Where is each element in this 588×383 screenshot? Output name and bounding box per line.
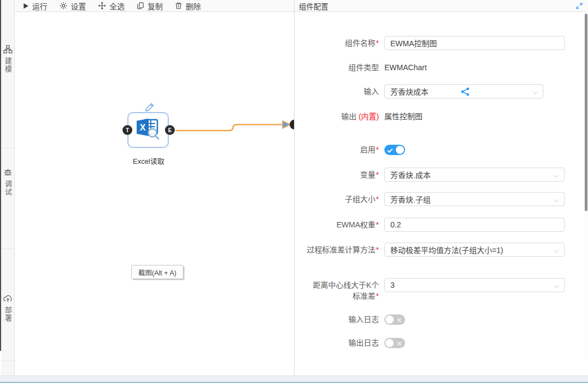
- node-port-t[interactable]: T: [122, 125, 132, 135]
- field-label: 过程标准差计算方法: [307, 245, 376, 254]
- share-icon[interactable]: [461, 87, 470, 98]
- required-mark: *: [376, 195, 379, 203]
- field-enable: 启用*: [295, 144, 585, 156]
- field-label: 输入日志: [348, 315, 379, 324]
- field-component-type: 组件类型 EWMAChart: [295, 60, 585, 75]
- field-input: 输入 芳香炔成本: [295, 84, 585, 98]
- config-form: 组件名称* 组件类型 EWMAChart 输入 芳香炔成本: [295, 13, 585, 358]
- chevron-down-icon: [554, 283, 559, 288]
- selected-value: 3: [390, 281, 395, 289]
- sidebar-item-debug[interactable]: 调试: [1, 168, 15, 196]
- field-label: 组件名称: [345, 39, 376, 47]
- tool-label: 删除: [186, 1, 201, 11]
- delete-button[interactable]: 删除: [175, 1, 201, 11]
- field-std-method: 过程标准差计算方法* 移动极差平均值方法(子组大小=1): [295, 243, 585, 268]
- chevron-down-icon: [554, 197, 559, 202]
- config-panel: 组件配置 组件名称* 组件类型 EWMAChart 输入 芳香炔成本: [294, 0, 588, 375]
- copy-button[interactable]: 复制: [137, 1, 163, 11]
- field-label: 启用: [360, 145, 376, 154]
- field-label: 输入: [364, 87, 379, 96]
- selected-value: 芳香炔成本: [390, 86, 428, 97]
- component-type-value: EWMAChart: [384, 63, 427, 72]
- builtin-tag: (内置): [359, 112, 379, 121]
- required-mark: *: [376, 220, 379, 229]
- toggle-knob: [385, 339, 394, 347]
- app-window: 建模 调试 部署: [0, 0, 588, 383]
- field-variable: 变量* 芳香炔.成本: [295, 168, 585, 182]
- sidebar-divider: [1, 148, 15, 149]
- node-body[interactable]: X: [127, 112, 169, 148]
- field-component-name: 组件名称*: [295, 36, 585, 50]
- field-label: 变量: [360, 170, 376, 179]
- sidebar-item-label: 建模: [3, 57, 13, 73]
- chevron-down-icon: [554, 248, 559, 252]
- settings-button[interactable]: 设置: [59, 1, 86, 11]
- window-left-edge: [0, 0, 1, 351]
- tool-label: 运行: [32, 1, 47, 11]
- selected-value: 芳香炔.子组: [390, 194, 431, 205]
- component-name-input[interactable]: [384, 36, 565, 50]
- sidebar-divider: [1, 361, 15, 361]
- k-sigma-select[interactable]: 3: [384, 278, 565, 292]
- required-mark: *: [376, 170, 379, 179]
- selected-value: 移动极差平均值方法(子组大小=1): [390, 244, 503, 255]
- screenshot-tooltip: 截图(Alt + A): [131, 265, 183, 279]
- tool-label: 复制: [148, 1, 163, 11]
- expand-panel-icon[interactable]: [575, 2, 583, 10]
- std-method-select[interactable]: 移动极差平均值方法(子组大小=1): [384, 243, 565, 257]
- field-subgroup-size: 子组大小* 芳香炔.子组: [295, 192, 585, 206]
- gear-icon: [59, 2, 68, 10]
- sidebar-item-deploy[interactable]: 部署: [1, 294, 15, 323]
- field-label: 组件类型: [348, 63, 379, 72]
- node-port-e[interactable]: E: [165, 125, 175, 135]
- field-input-log: 输入日志: [295, 314, 585, 326]
- sidebar-item-label: 部署: [3, 306, 13, 323]
- required-mark: *: [376, 245, 379, 254]
- connection-wire: [15, 13, 294, 375]
- flow-canvas[interactable]: X T E Excel读取 截图(Alt + A): [15, 13, 294, 375]
- required-mark: *: [376, 39, 379, 47]
- field-output-log: 输出日志: [295, 337, 585, 349]
- play-icon: [23, 3, 29, 9]
- chevron-down-icon: [554, 173, 559, 177]
- copy-icon: [137, 2, 144, 10]
- panel-scrollbar[interactable]: [584, 13, 588, 359]
- field-label: 子组大小: [345, 195, 376, 203]
- tool-label: 设置: [71, 1, 86, 11]
- excel-icon: X: [136, 118, 161, 143]
- subgroup-size-select[interactable]: 芳香炔.子组: [384, 192, 565, 206]
- sitemap-icon: [3, 45, 13, 54]
- field-k-sigma: 距离中心线大于K个标准差* 3: [295, 278, 585, 303]
- canvas-toolbar: 运行 设置 全选: [15, 0, 294, 12]
- input-log-toggle[interactable]: [384, 314, 405, 325]
- panel-scrollbar-thumb[interactable]: [585, 14, 587, 211]
- node-label: Excel读取: [111, 156, 187, 166]
- variable-select[interactable]: 芳香炔.成本: [384, 168, 565, 182]
- config-panel-header: 组件配置: [295, 0, 588, 12]
- svg-text:X: X: [140, 123, 146, 132]
- toggle-knob: [385, 316, 394, 324]
- selected-value: 芳香炔.成本: [390, 169, 431, 180]
- field-ewma-weight: EWMA权重*: [295, 218, 585, 232]
- select-all-button[interactable]: 全选: [98, 1, 125, 11]
- field-label: 距离中心线大于K个标准差: [313, 281, 379, 300]
- field-label: 输出: [341, 112, 357, 121]
- cloud-upload-icon: [3, 294, 13, 303]
- bottom-status-bar: [0, 375, 588, 383]
- sidebar-divider: [1, 249, 15, 249]
- x-icon: [396, 316, 403, 323]
- output-value: 属性控制图: [384, 112, 422, 121]
- sidebar-item-modeling[interactable]: 建模: [1, 45, 15, 73]
- toggle-knob: [396, 146, 404, 154]
- field-label: EWMA权重: [336, 220, 376, 229]
- required-mark: *: [376, 145, 379, 154]
- run-button[interactable]: 运行: [23, 1, 47, 11]
- excel-read-node[interactable]: X T E Excel读取: [127, 100, 203, 181]
- output-log-toggle[interactable]: [384, 338, 405, 348]
- move-icon: [98, 2, 106, 10]
- x-icon: [396, 339, 403, 347]
- required-mark: *: [376, 292, 379, 300]
- enable-toggle[interactable]: [384, 145, 405, 155]
- chevron-down-icon: [533, 90, 537, 94]
- ewma-weight-input[interactable]: [384, 218, 565, 232]
